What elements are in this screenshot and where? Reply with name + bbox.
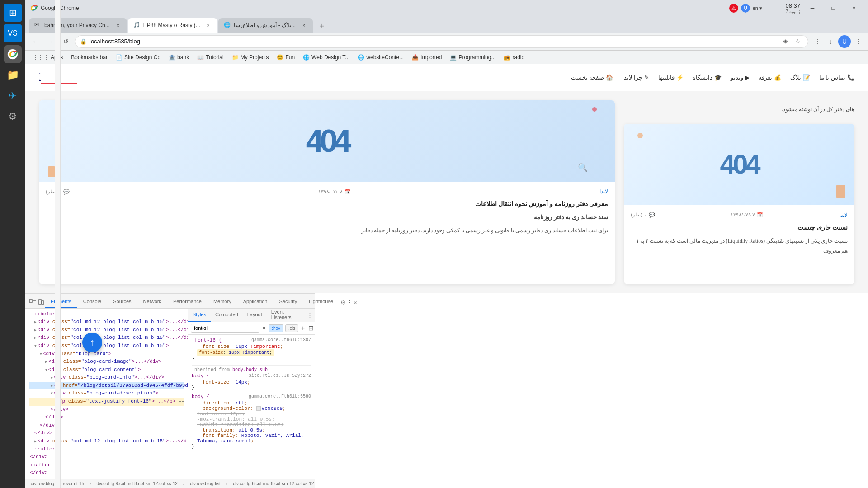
author-right[interactable]: لاندا bbox=[839, 212, 848, 218]
css-source-body-sub[interactable]: site.rtl.cs..JK_5Zy:272 bbox=[249, 373, 311, 380]
css-source-font16[interactable]: gamma.core..th6lU:1307 bbox=[251, 338, 311, 344]
devtools-tab-application[interactable]: Application bbox=[238, 296, 273, 308]
tab-0-close[interactable]: × bbox=[114, 22, 122, 29]
tab-0[interactable]: ✉ bahman, your Privacy Ch... × bbox=[29, 18, 127, 33]
extensions-icon[interactable]: ⋮ bbox=[811, 35, 824, 48]
html-line-highlight[interactable]: <p class="text-justify font-16">...</p> … bbox=[29, 398, 184, 406]
chrome-taskbar-icon[interactable] bbox=[4, 45, 22, 63]
tab-1[interactable]: 🎵 EP88 Masty o Rasty (... × bbox=[128, 18, 217, 33]
card-title-right[interactable]: نسبت جاری چیست bbox=[631, 223, 848, 233]
back-button[interactable]: ← bbox=[29, 35, 42, 48]
bookmark-programming[interactable]: 💻 Programming... bbox=[446, 52, 499, 63]
nav-blog[interactable]: 📝 بلاگ bbox=[790, 74, 810, 81]
status-col-lg9[interactable]: div.col-lg-9.col-md-8.col-sm-12.col-xs-1… bbox=[95, 481, 179, 486]
reload-button[interactable]: ↺ bbox=[60, 35, 72, 48]
downloads-icon[interactable]: ↓ bbox=[825, 35, 837, 48]
telegram-taskbar-icon[interactable]: ✈ bbox=[4, 87, 22, 105]
files-taskbar-icon[interactable]: 📁 bbox=[4, 66, 22, 84]
devtools-device-icon[interactable] bbox=[37, 297, 44, 308]
language-selector[interactable]: en ▾ bbox=[753, 5, 762, 11]
nav-university[interactable]: 🎓 دانشگاه bbox=[693, 74, 722, 81]
devtools-tab-memory[interactable]: Memory bbox=[208, 296, 237, 308]
menu-icon[interactable]: ⋮ bbox=[852, 35, 864, 48]
html-line[interactable]: <div class="col-md-12 blog-list-col m-b-… bbox=[29, 326, 184, 334]
filter-bar: × :hov .cls + ⊞ bbox=[188, 322, 315, 335]
html-line[interactable]: <div class="blog-card-info">...</div> bbox=[29, 374, 184, 382]
devtools-more-icon[interactable]: ⋮ bbox=[347, 297, 353, 308]
devtools-tab-lighthouse[interactable]: Lighthouse bbox=[303, 296, 339, 308]
tab-2-close[interactable]: × bbox=[300, 22, 307, 29]
devtools-tab-network[interactable]: Network bbox=[138, 296, 167, 308]
devtools-close-icon[interactable]: × bbox=[354, 297, 357, 308]
add-style-icon[interactable]: + bbox=[300, 324, 306, 333]
styles-tab-eventlisteners[interactable]: Event Listeners bbox=[267, 309, 306, 322]
hov-filter-btn[interactable]: :hov bbox=[269, 324, 283, 332]
css-prop-moztransition: -moz-transition: all 0.5s; bbox=[192, 417, 311, 422]
nav-tariff[interactable]: 💰 تعرفه bbox=[759, 74, 781, 81]
minimize-button[interactable]: ─ bbox=[802, 1, 823, 15]
bookmark-websiteconte[interactable]: 🌐 websiteConte... bbox=[354, 52, 407, 63]
disk-utility-icon[interactable]: ⚙ bbox=[4, 108, 22, 126]
bookmark-fun[interactable]: 😊 Fun bbox=[273, 52, 298, 63]
bookmark-bank[interactable]: 🏦 bank bbox=[165, 52, 193, 63]
author-left[interactable]: لاندا bbox=[599, 188, 608, 195]
nav-why[interactable]: ✎ چرا لاندا bbox=[622, 74, 649, 81]
bookmark-tutorial[interactable]: 📖 Tutorial bbox=[193, 52, 227, 63]
nav-video[interactable]: ▶ ویدیو bbox=[731, 74, 750, 81]
html-line[interactable]: <div class="col-md-12 blog-list-col m-b-… bbox=[29, 334, 184, 342]
bookmark-webdesign[interactable]: 🌐 Web Design T... bbox=[299, 52, 353, 63]
status-row-bloglist[interactable]: div.row.blog-list bbox=[188, 481, 222, 486]
html-line[interactable]: <div class="blog-card-description"> bbox=[29, 389, 184, 398]
css-source-body[interactable]: gamma.core..Fth6lU:5580 bbox=[249, 394, 311, 400]
profile-icon[interactable]: U bbox=[838, 35, 851, 48]
html-line[interactable]: <div class="col-md-12 blog-list-col m-b-… bbox=[29, 437, 184, 446]
close-button[interactable]: × bbox=[844, 1, 864, 15]
html-line[interactable]: <div class="blog-card-image">...</div> bbox=[29, 358, 184, 366]
bookmark-sitedesign[interactable]: 📄 Site Design Co bbox=[112, 52, 164, 63]
bookmark-imported[interactable]: 📥 Imported bbox=[408, 52, 445, 63]
bookmark-radio[interactable]: 📻 radio bbox=[500, 52, 528, 63]
devtools-tab-performance[interactable]: Performance bbox=[168, 296, 207, 308]
devtools-tab-sources[interactable]: Sources bbox=[108, 296, 137, 308]
nav-contact[interactable]: 📞 تماس با ما bbox=[819, 74, 854, 81]
html-line-selected[interactable]: <a href="/blog/detail/379a10ad-d945-4fdf… bbox=[29, 382, 184, 390]
card-title-left[interactable]: معرفی دفتر روزنامه و آموزش نحوه انتقال ا… bbox=[46, 199, 608, 209]
html-line[interactable]: <div class="blog-card-content"> bbox=[29, 366, 184, 374]
nav-features[interactable]: ⚡ قابلیتها bbox=[658, 74, 684, 81]
windows-start-icon[interactable]: ⊞ bbox=[4, 4, 22, 22]
profile-btn[interactable]: U bbox=[838, 35, 851, 48]
styles-tab-styles[interactable]: Styles bbox=[188, 309, 211, 322]
translate-icon[interactable]: ⊕ bbox=[780, 36, 791, 47]
svg-rect-7 bbox=[29, 300, 32, 302]
maximize-button[interactable]: □ bbox=[823, 1, 844, 15]
os-taskbar: ⊞ VS 📁 ✈ ⚙ bbox=[0, 0, 25, 488]
styles-tab-layout[interactable]: Layout bbox=[243, 309, 267, 322]
nav-home[interactable]: 🏠 صفحه نخست bbox=[571, 74, 613, 81]
tab-2[interactable]: 🌐 بلاگ - آموزش و اطلاع‌رسا... × bbox=[218, 18, 313, 33]
bookmark-star-icon[interactable]: ☆ bbox=[793, 36, 803, 47]
devtools-tab-console[interactable]: Console bbox=[78, 296, 107, 308]
html-line[interactable]: <div class="col-md-12 blog-list-col m-b-… bbox=[29, 318, 184, 326]
html-line[interactable]: <div class="blog-card"> bbox=[29, 350, 184, 358]
website-area: 📞 تماس با ما 📝 بلاگ 💰 تعرفه ▶ ویدیو bbox=[25, 64, 868, 293]
filter-input[interactable] bbox=[191, 324, 259, 333]
styles-tab-computed[interactable]: Computed bbox=[211, 309, 243, 322]
styles-more-icon[interactable]: ⋮ bbox=[305, 310, 315, 320]
toggle-sidebar-icon[interactable]: ⊞ bbox=[307, 324, 315, 333]
devtools-inspect-icon[interactable] bbox=[29, 297, 36, 308]
url-bar[interactable]: 🔒 localhost:8585/blog ⊕ ☆ bbox=[75, 35, 808, 48]
html-line[interactable]: <div class="col-md-12 blog-list-col m-b-… bbox=[29, 342, 184, 350]
vscode-taskbar-icon[interactable]: VS bbox=[4, 24, 22, 42]
clear-filter-icon[interactable]: × bbox=[261, 324, 267, 333]
cls-filter-btn[interactable]: .cls bbox=[285, 324, 298, 332]
devtools-settings-icon[interactable]: ⚙ bbox=[340, 297, 346, 308]
user-avatar[interactable]: U bbox=[741, 4, 750, 13]
status-col-lg6[interactable]: div.col-lg-6.col-md-6.col-sm-12.col-xs-1… bbox=[231, 481, 315, 486]
new-tab-button[interactable]: + bbox=[316, 20, 328, 33]
bookmark-apps[interactable]: ⋮⋮⋮ Apps bbox=[29, 52, 66, 63]
bookmark-bookmarksbar[interactable]: Bookmarks bar bbox=[67, 52, 111, 63]
bookmark-myprojects[interactable]: 📁 My Projects bbox=[228, 52, 273, 63]
devtools-tab-security[interactable]: Security bbox=[274, 296, 302, 308]
devtools-tab-elements[interactable]: Elements bbox=[45, 296, 77, 308]
tab-1-close[interactable]: × bbox=[205, 22, 212, 29]
